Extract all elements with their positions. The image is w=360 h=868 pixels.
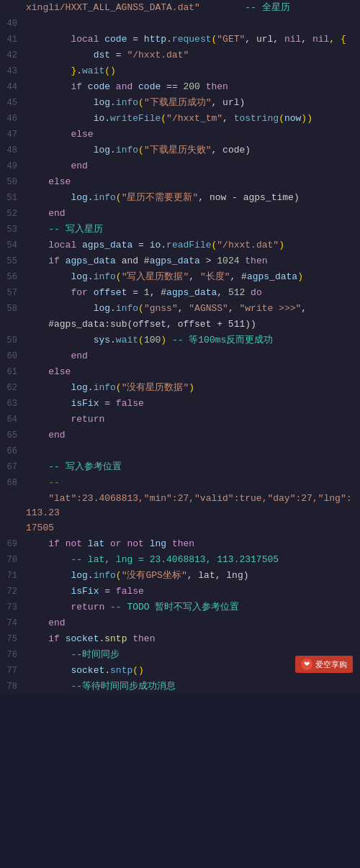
- code-token: then: [127, 633, 155, 644]
- code-token: (: [161, 113, 166, 124]
- line-content: }.wait(): [26, 64, 360, 78]
- code-token: sntp: [104, 633, 127, 644]
- line-content: else: [26, 365, 360, 379]
- line-content: end: [26, 428, 360, 443]
- code-token: then: [166, 538, 194, 549]
- line-number: [0, 317, 26, 318]
- code-token: and: [110, 81, 138, 92]
- code-token: [26, 97, 94, 108]
- table-row: 65 end: [0, 428, 360, 443]
- code-token: info: [94, 570, 116, 581]
- code-token: , #: [150, 287, 166, 298]
- code-token: isFix: [71, 586, 99, 597]
- code-token: .: [104, 665, 110, 676]
- line-content: if code and code == 200 then: [26, 80, 360, 94]
- code-token: log: [71, 271, 87, 282]
- code-token: .: [88, 570, 94, 581]
- code-token: sntp: [110, 665, 132, 676]
- code-token: "星历不需要更新": [122, 192, 199, 203]
- table-row: 48 log.info("下载星历失败", code): [0, 143, 360, 158]
- line-content: end: [26, 159, 360, 173]
- code-token: , {: [329, 34, 346, 45]
- code-token: -- 等100ms反而更成功: [172, 335, 273, 345]
- code-token: , lat, lng): [187, 570, 249, 581]
- watermark-text: 爱空享购: [315, 659, 347, 670]
- code-token: =: [132, 240, 149, 250]
- code-token: , url,: [245, 34, 284, 45]
- line-content: "lat":23.4068813,"min":27,"valid":true,"…: [26, 492, 360, 520]
- code-token: readFile: [166, 240, 211, 250]
- line-content: [26, 444, 360, 458]
- line-number: 44: [0, 80, 26, 94]
- table-row: 56 log.info("写入星历数据", "长度", #agps_data): [0, 269, 360, 285]
- line-content: 17505: [26, 521, 360, 535]
- line-content: if socket.sntp then: [26, 632, 360, 646]
- line-number: 72: [0, 584, 26, 598]
- table-row: 75 if socket.sntp then: [0, 631, 360, 647]
- code-token: tostring: [234, 113, 279, 124]
- line-number: [0, 1, 26, 1]
- code-token: [26, 145, 94, 155]
- code-token: for: [26, 287, 94, 298]
- table-row: xingli/HXXT_ALL_AGNSS_DATA.dat" -- 全星历: [0, 0, 360, 16]
- code-token: agps_data: [66, 256, 116, 266]
- code-token: [26, 224, 48, 235]
- line-content: -- 写入星历: [26, 222, 360, 237]
- code-token: (: [116, 382, 122, 393]
- table-row: 54 local agps_data = io.readFile("/hxxt.…: [0, 238, 360, 253]
- table-row: 58 log.info("gnss", "AGNSS", "write >>>"…: [0, 301, 360, 317]
- code-token: -- lat, lng = 23.4068813, 113.2317505: [71, 554, 279, 565]
- table-row: 74 end: [0, 615, 360, 631]
- code-token: --时间同步: [71, 649, 120, 660]
- line-number: 46: [0, 112, 26, 125]
- code-token: "写入星历数据": [122, 271, 189, 282]
- line-content: #agps_data:sub(offset, offset + 511)): [26, 317, 360, 332]
- code-token: }: [26, 65, 76, 76]
- line-number: 77: [0, 664, 26, 677]
- code-token: info: [94, 382, 116, 393]
- code-token: -- TODO 暂时不写入参考位置: [110, 602, 239, 612]
- line-number: 53: [0, 222, 26, 236]
- code-token: else: [26, 366, 71, 377]
- code-token: ,: [217, 287, 228, 298]
- table-row: 51 log.info("星历不需要更新", now - agps_time): [0, 190, 360, 206]
- code-token: lat: [88, 538, 104, 549]
- line-number: 59: [0, 333, 26, 347]
- code-token: -- 写入参考位置: [48, 461, 121, 472]
- table-row: 68 --: [0, 475, 360, 491]
- code-token: .: [110, 303, 116, 314]
- code-token: .: [166, 34, 172, 45]
- code-token: [26, 335, 94, 345]
- line-number: 43: [0, 64, 26, 78]
- table-row: 66: [0, 443, 360, 459]
- code-token: code: [104, 34, 127, 45]
- code-token: "lat":23.4068813,"min":27,"valid":true,"…: [26, 493, 352, 518]
- code-token: .: [76, 65, 82, 76]
- code-token: -- 全星历: [200, 2, 290, 13]
- line-content: isFix = false: [26, 584, 360, 599]
- code-token: info: [94, 192, 116, 203]
- table-row: 49 end: [0, 158, 360, 174]
- code-token: agps_data: [247, 271, 297, 282]
- code-token: =: [110, 50, 127, 60]
- code-token: agps_data: [166, 287, 217, 298]
- code-token: request: [172, 34, 212, 45]
- code-token: nil: [312, 34, 329, 45]
- code-token: offset: [94, 287, 127, 298]
- code-token: [26, 649, 71, 660]
- line-content: if agps_data and #agps_data > 1024 then: [26, 254, 360, 268]
- code-token: (): [132, 665, 144, 676]
- table-row: 41 local code = http.request("GET", url,…: [0, 32, 360, 48]
- code-token: if: [26, 256, 66, 266]
- line-content: -- 写入参考位置: [26, 460, 360, 474]
- code-token: socket: [71, 665, 104, 676]
- code-token: log: [94, 145, 110, 155]
- table-row: 70 -- lat, lng = 23.4068813, 113.2317505: [0, 552, 360, 568]
- code-token: .: [88, 382, 94, 393]
- line-content: local code = http.request("GET", url, ni…: [26, 32, 360, 47]
- code-token: io: [150, 240, 161, 250]
- watermark: ❤ 爱空享购: [295, 656, 353, 673]
- code-token: .: [110, 97, 116, 108]
- code-token: (): [104, 65, 116, 76]
- code-token: .: [88, 192, 94, 203]
